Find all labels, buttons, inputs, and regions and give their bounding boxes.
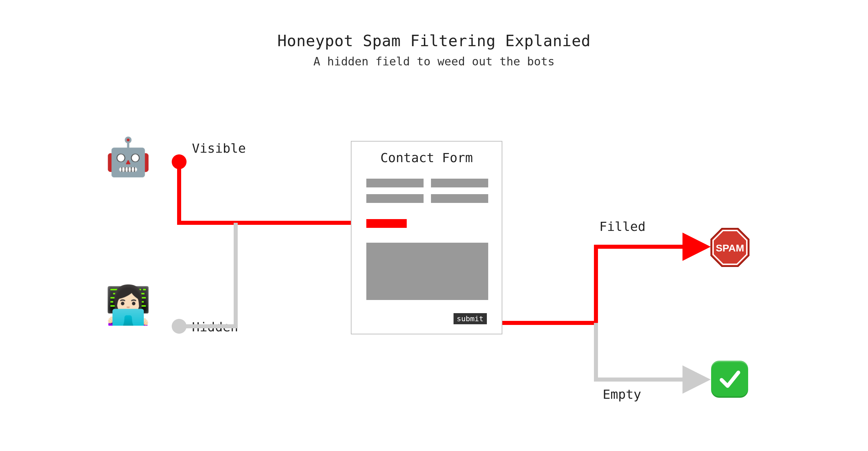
form-field bbox=[366, 194, 424, 203]
label-visible: Visible bbox=[192, 141, 246, 156]
submit-button: submit bbox=[454, 313, 487, 324]
form-title: Contact Form bbox=[380, 150, 473, 165]
form-field bbox=[431, 194, 488, 203]
person-icon: 👩🏻‍💻 bbox=[105, 286, 151, 323]
honeypot-field bbox=[366, 219, 407, 228]
svg-text:SPAM: SPAM bbox=[716, 242, 744, 253]
diagram-subtitle: A hidden field to weed out the bots bbox=[313, 55, 555, 68]
diagram-title: Honeypot Spam Filtering Explanied bbox=[277, 32, 591, 50]
hidden-node bbox=[172, 319, 187, 334]
robot-icon: 🤖 bbox=[105, 138, 151, 175]
form-textarea bbox=[366, 243, 488, 300]
contact-form: Contact Form submit bbox=[351, 141, 502, 334]
check-icon bbox=[711, 361, 748, 398]
spam-icon: SPAM bbox=[710, 227, 750, 267]
label-hidden: Hidden bbox=[192, 319, 238, 334]
label-filled: Filled bbox=[599, 219, 646, 234]
form-field bbox=[431, 179, 488, 188]
label-empty: Empty bbox=[603, 387, 641, 402]
form-field bbox=[366, 179, 424, 188]
visible-node bbox=[172, 154, 187, 169]
